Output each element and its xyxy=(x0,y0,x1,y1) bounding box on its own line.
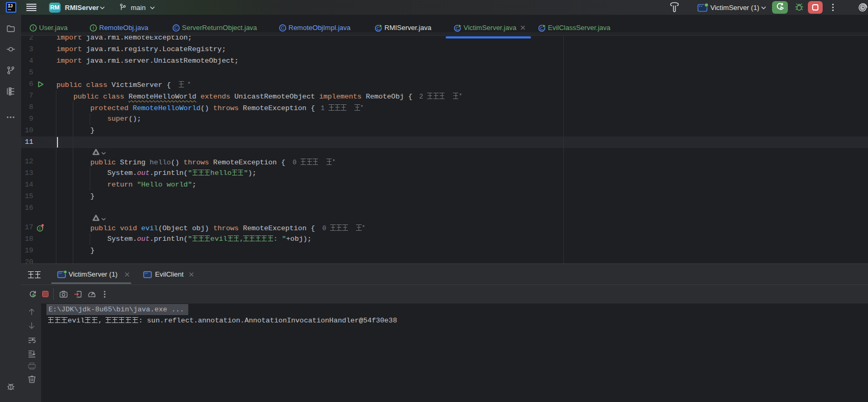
svg-text:I: I xyxy=(40,226,41,231)
